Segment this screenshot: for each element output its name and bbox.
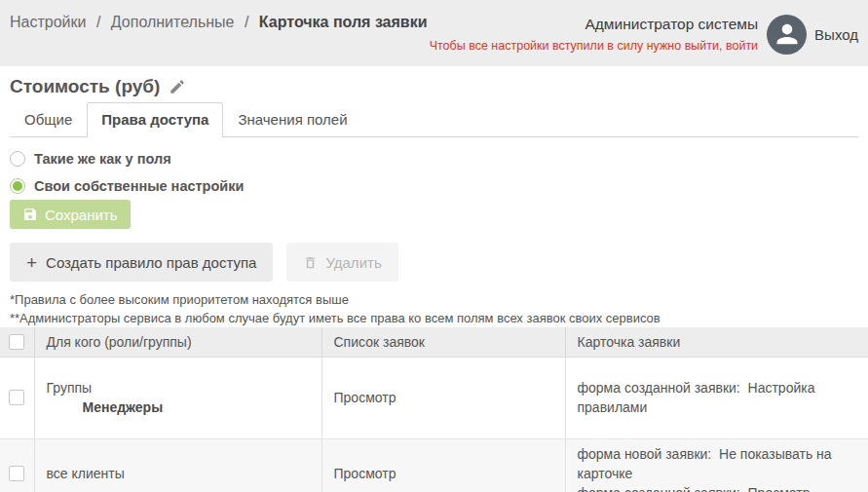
radio-circle-checked-icon[interactable] — [10, 178, 25, 194]
row-checkbox[interactable] — [9, 390, 24, 405]
table-row[interactable]: все клиенты Просмотр форма новой заявки:… — [0, 438, 868, 492]
tab-field-values[interactable]: Значения полей — [223, 102, 361, 136]
select-all-checkbox[interactable] — [9, 334, 24, 350]
card-permission-line: форма новой заявки: Не показывать на кар… — [578, 444, 857, 483]
footnotes: *Правила с более высоким приоритетом нах… — [10, 290, 858, 327]
column-header-list: Список заявок — [321, 327, 565, 357]
table-row[interactable]: Группы Менеджеры Просмотр форма созданно… — [0, 357, 868, 438]
save-button[interactable]: Сохранить — [10, 200, 131, 229]
access-rules-table: Для кого (роли/группы) Список заявок Кар… — [0, 327, 868, 492]
cell-who: Группы Менеджеры — [34, 357, 321, 438]
card-permission-line: форма созданной заявки: Просмотр — [578, 483, 857, 492]
edit-pencil-icon[interactable] — [169, 78, 186, 95]
page-title: Стоимость (руб) — [10, 74, 160, 99]
radio-circle-icon[interactable] — [10, 151, 25, 167]
top-header: Настройки / Дополнительные / Карточка по… — [0, 0, 868, 66]
breadcrumb-separator: / — [245, 14, 248, 30]
breadcrumb-settings[interactable]: Настройки — [10, 14, 86, 30]
radio-own-settings[interactable]: Свои собственные настройки — [10, 174, 858, 198]
trash-icon — [303, 255, 318, 270]
delete-button[interactable]: Удалить — [286, 243, 397, 282]
header-user-area: Администратор системы Чтобы все настройк… — [430, 0, 858, 66]
user-block: Администратор системы Чтобы все настройк… — [430, 16, 758, 53]
card-permission-line: форма созданной заявки: Настройка правил… — [578, 378, 857, 417]
row-checkbox[interactable] — [9, 466, 24, 481]
radio-own-settings-label: Свои собственные настройки — [34, 178, 244, 194]
column-header-card: Карточка заявки — [565, 327, 868, 357]
radio-same-as-field[interactable]: Такие же как у поля — [10, 147, 858, 170]
breadcrumb-additional[interactable]: Дополнительные — [111, 14, 235, 30]
breadcrumb-current-page: Карточка поля заявки — [259, 14, 428, 30]
column-header-who: Для кого (роли/группы) — [34, 327, 321, 357]
cell-list-permission: Просмотр — [321, 357, 565, 438]
breadcrumb: Настройки / Дополнительные / Карточка по… — [10, 0, 428, 66]
avatar[interactable] — [767, 15, 807, 55]
cell-card-permission: форма новой заявки: Не показывать на кар… — [565, 438, 868, 492]
relogin-notice: Чтобы все настройки вступили в силу нужн… — [430, 39, 758, 53]
tab-general[interactable]: Общие — [10, 102, 87, 136]
floppy-save-icon — [22, 207, 38, 222]
footnote-priority: *Правила с более высоким приоритетом нах… — [10, 290, 858, 309]
cell-list-permission: Просмотр — [321, 438, 565, 492]
user-name: Администратор системы — [430, 16, 758, 33]
cell-who: все клиенты — [34, 438, 321, 492]
breadcrumb-separator: / — [96, 14, 100, 30]
table-header-row: Для кого (роли/группы) Список заявок Кар… — [0, 327, 868, 357]
cell-card-permission: форма созданной заявки: Настройка правил… — [565, 357, 868, 438]
delete-button-label: Удалить — [325, 254, 381, 271]
radio-same-as-field-label: Такие же как у поля — [34, 151, 171, 167]
save-button-label: Сохранить — [45, 207, 118, 223]
who-group-name: Менеджеры — [47, 399, 310, 415]
footnote-admins: **Администраторы сервиса в любом случае … — [10, 309, 858, 327]
create-rule-label: Создать правило прав доступа — [46, 254, 256, 271]
plus-icon: + — [26, 253, 37, 272]
who-group-type: все клиенты — [47, 466, 310, 481]
person-icon — [773, 19, 802, 49]
logout-button[interactable]: Выход — [814, 26, 858, 43]
who-group-type: Группы — [47, 380, 310, 396]
tab-access-rights[interactable]: Права доступа — [87, 102, 223, 136]
tab-bar: Общие Права доступа Значения полей — [10, 102, 858, 137]
create-rule-button[interactable]: + Создать правило прав доступа — [10, 243, 273, 282]
